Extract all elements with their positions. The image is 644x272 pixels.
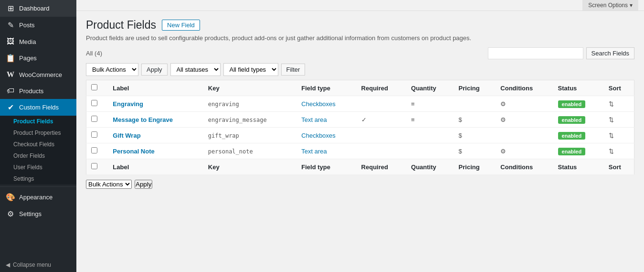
sidebar-item-label: Custom Fields — [19, 104, 59, 111]
sidebar-item-settings-main[interactable]: ⚙ Settings — [0, 206, 76, 222]
col-key: Key — [203, 80, 296, 96]
main-content: Screen Options ▾ Product Fields New Fiel… — [76, 0, 644, 272]
field-key: engraving — [208, 101, 239, 108]
count-label: All — [86, 50, 93, 57]
row-sort[interactable]: ⇅ — [604, 96, 634, 112]
col-quantity: Quantity — [406, 80, 454, 96]
row-status: enabled — [553, 112, 604, 128]
row-sort[interactable]: ⇅ — [604, 143, 634, 159]
col-key-foot: Key — [203, 159, 296, 175]
row-checkbox[interactable] — [86, 128, 108, 143]
settings-icon: ⚙ — [6, 209, 15, 218]
row-checkbox[interactable] — [86, 96, 108, 112]
row-select-checkbox[interactable] — [91, 131, 97, 138]
row-select-checkbox[interactable] — [91, 116, 97, 122]
row-pricing — [454, 96, 496, 112]
screen-options-button[interactable]: Screen Options ▾ — [582, 0, 638, 11]
select-all-checkbox[interactable] — [91, 84, 97, 90]
screen-options-label: Screen Options — [588, 2, 628, 9]
sidebar-item-appearance[interactable]: 🎨 Appearance — [0, 189, 76, 206]
sidebar-item-dashboard[interactable]: ⊞ Dashboard — [0, 0, 76, 17]
screen-options-chevron-icon: ▾ — [630, 2, 633, 9]
sidebar: ⊞ Dashboard ✎ Posts 🖼 Media 📋 Pages W Wo… — [0, 0, 76, 272]
sidebar-sub-settings[interactable]: Settings — [0, 173, 76, 185]
collapse-menu[interactable]: ◀ Collapse menu — [0, 258, 76, 272]
bulk-actions-select[interactable]: Bulk Actions Delete — [86, 63, 138, 76]
row-key: gift_wrap — [203, 128, 296, 143]
filter-button[interactable]: Filter — [281, 64, 306, 76]
field-type-link[interactable]: Checkboxes — [301, 100, 336, 108]
select-all-checkbox-foot[interactable] — [91, 163, 97, 169]
row-field-type: Checkboxes — [296, 96, 356, 112]
row-pricing: $ — [454, 143, 496, 159]
sidebar-item-products[interactable]: 🏷 Products — [0, 83, 76, 99]
apply-button-bottom[interactable]: Apply — [135, 180, 152, 189]
row-sort[interactable]: ⇅ — [604, 112, 634, 128]
sidebar-item-media[interactable]: 🖼 Media — [0, 33, 76, 50]
col-required-foot: Required — [357, 159, 406, 175]
fields-table: Label Key Field type Required Quantity P… — [86, 80, 634, 175]
new-field-button[interactable]: New Field — [162, 20, 200, 31]
row-select-checkbox[interactable] — [91, 147, 97, 153]
statuses-select[interactable]: All statuses Enabled Disabled — [170, 63, 221, 76]
row-select-checkbox[interactable] — [91, 100, 97, 106]
field-label-link[interactable]: Personal Note — [113, 148, 154, 155]
field-type-link[interactable]: Checkboxes — [301, 132, 336, 139]
search-fields-button[interactable]: Search Fields — [586, 47, 634, 59]
sidebar-item-posts[interactable]: ✎ Posts — [0, 17, 76, 33]
col-field-type: Field type — [296, 80, 356, 96]
count-value: (4) — [95, 50, 102, 57]
sidebar-item-woocommerce[interactable]: W WooCommerce — [0, 66, 76, 83]
sidebar-sub-user-fields[interactable]: User Fields — [0, 162, 76, 173]
row-label: Gift Wrap — [108, 128, 203, 143]
field-types-select[interactable]: All field types Text Text area Checkboxe… — [223, 63, 278, 76]
row-conditions: ⚙ — [496, 112, 553, 128]
field-label-link[interactable]: Gift Wrap — [113, 132, 140, 139]
search-area: Search Fields — [488, 47, 634, 59]
row-label: Message to Engrave — [108, 112, 203, 128]
sidebar-item-label: Dashboard — [19, 5, 50, 12]
apply-button-top[interactable]: Apply — [141, 64, 168, 76]
row-required — [357, 143, 406, 159]
field-type-link[interactable]: Text area — [301, 148, 327, 155]
table-nav: All (4) Search Fields — [86, 47, 634, 59]
appearance-icon: 🎨 — [6, 193, 15, 202]
status-badge: enabled — [558, 148, 586, 155]
row-quantity: ≡ — [406, 96, 454, 112]
search-input[interactable] — [488, 47, 583, 59]
sidebar-item-custom-fields[interactable]: ✔ Custom Fields — [0, 99, 76, 116]
custom-fields-icon: ✔ — [6, 103, 15, 112]
col-status-foot: Status — [553, 159, 604, 175]
field-type-link[interactable]: Text area — [301, 116, 327, 123]
table-header-row: Label Key Field type Required Quantity P… — [86, 80, 634, 96]
count-link[interactable]: All (4) — [86, 50, 102, 57]
field-label-link[interactable]: Engraving — [113, 100, 143, 108]
row-sort[interactable]: ⇅ — [604, 128, 634, 143]
sidebar-item-label: Settings — [19, 210, 42, 218]
row-checkbox[interactable] — [86, 112, 108, 128]
field-key: personal_note — [208, 148, 253, 155]
table-footer-row: Label Key Field type Required Quantity P… — [86, 159, 634, 175]
bulk-actions-select-bottom[interactable]: Bulk Actions Delete — [86, 180, 132, 189]
row-quantity — [406, 143, 454, 159]
table-row: Personal Note personal_note Text area $ … — [86, 143, 634, 159]
field-label-link[interactable]: Message to Engrave — [113, 116, 173, 123]
sidebar-sub-product-fields[interactable]: Product Fields — [0, 116, 76, 127]
sidebar-sub-order-fields[interactable]: Order Fields — [0, 150, 76, 162]
sidebar-sub-checkout-fields[interactable]: Checkout Fields — [0, 139, 76, 150]
sidebar-item-pages[interactable]: 📋 Pages — [0, 50, 76, 66]
col-quantity-foot: Quantity — [406, 159, 454, 175]
collapse-label: Collapse menu — [13, 261, 51, 268]
sidebar-item-label: Posts — [19, 22, 35, 29]
col-label-foot: Label — [108, 159, 203, 175]
row-required: ✓ — [357, 112, 406, 128]
row-required — [357, 128, 406, 143]
row-status: enabled — [553, 128, 604, 143]
row-status: enabled — [553, 96, 604, 112]
col-field-type-foot: Field type — [296, 159, 356, 175]
col-label: Label — [108, 80, 203, 96]
media-icon: 🖼 — [6, 37, 15, 46]
row-checkbox[interactable] — [86, 143, 108, 159]
status-badge: enabled — [558, 116, 586, 124]
sidebar-sub-product-properties[interactable]: Product Properties — [0, 127, 76, 139]
